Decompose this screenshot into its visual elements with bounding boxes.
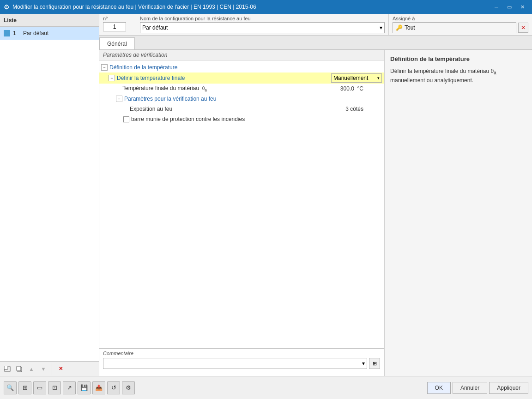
info-panel: Définition de la température Définir la … <box>384 50 532 376</box>
comment-arrow: ▾ <box>362 360 365 367</box>
main-container: Liste 1 Par défaut ▲ ▼ ✕ <box>0 14 532 399</box>
tree-node-temp-materiau[interactable]: Température finale du matériau θa 300.0 … <box>99 84 384 94</box>
top-area: Liste 1 Par défaut ▲ ▼ ✕ <box>0 14 532 376</box>
comment-area: Commentaire ▾ ⊞ <box>99 348 384 376</box>
annuler-button[interactable]: Annuler <box>453 382 487 394</box>
app-icon: ⚙ <box>4 3 10 11</box>
config-assignee-section: Assigné à 🔑 Tout ✕ <box>389 14 532 35</box>
info-text: Définir la température finale du matéria… <box>390 67 526 85</box>
left-panel-header: Liste <box>0 14 99 27</box>
assignee-input: 🔑 Tout <box>393 22 516 33</box>
tree-label-exposition: Exposition au feu <box>130 106 238 112</box>
tree-label-params-feu: Paramètres pour la vérification au feu <box>124 96 382 102</box>
tree-label-barre-protection: barre munie de protection contre les inc… <box>131 116 382 122</box>
comment-expand-button[interactable]: ⊞ <box>369 358 380 369</box>
dropdown-arrow-icon: ▾ <box>377 76 380 80</box>
title-bar: ⚙ Modifier la configuration pour la rési… <box>0 0 532 14</box>
tree-label-def-temp: Définition de la température <box>109 64 382 71</box>
num-label: n° <box>103 16 132 21</box>
comment-input-row: ▾ ⊞ <box>103 358 380 369</box>
list-item-icon <box>4 30 10 36</box>
tree-value-exposition: 3 côtés <box>345 106 363 112</box>
title-bar-left: ⚙ Modifier la configuration pour la rési… <box>4 3 256 11</box>
checkbox-barre-protection[interactable] <box>123 116 129 122</box>
info-title: Définition de la température <box>390 55 526 62</box>
tree-node-def-temp[interactable]: − Définition de la température <box>99 62 384 73</box>
move-up-button[interactable]: ▲ <box>26 364 37 374</box>
num-input[interactable] <box>103 22 126 31</box>
bottom-toolbar: 🔍 ⊞ ▭ ⊡ ↗ 💾 📤 ↺ ⚙ OK Annuler Appliquer <box>0 376 532 399</box>
tool-grid[interactable]: ⊞ <box>18 381 31 394</box>
tool-select[interactable]: ▭ <box>33 381 46 394</box>
list-item-label: Par défaut <box>23 30 48 36</box>
expand-btn-def-temp[interactable]: − <box>101 64 108 71</box>
left-panel-toolbar: ▲ ▼ ✕ <box>0 361 99 376</box>
comment-select[interactable]: ▾ <box>103 358 367 369</box>
right-panel: n° Nom de la configuration pour la résis… <box>99 14 532 376</box>
move-down-button[interactable]: ▼ <box>38 364 49 374</box>
copy-button[interactable] <box>14 364 25 374</box>
comment-label: Commentaire <box>103 351 380 356</box>
tree-node-params-feu[interactable]: − Paramètres pour la vérification au feu <box>99 94 384 104</box>
config-header: n° Nom de la configuration pour la résis… <box>99 14 532 36</box>
tool-settings[interactable]: ⚙ <box>122 381 135 394</box>
tree-node-barre-protection[interactable]: barre munie de protection contre les inc… <box>99 114 384 124</box>
tool-3[interactable]: ⊡ <box>48 381 61 394</box>
title-bar-controls[interactable]: ─ ▭ ✕ <box>490 2 528 12</box>
tree-value-temp-materiau: 300.0 °C <box>340 85 363 92</box>
tab-general[interactable]: Général <box>99 37 135 49</box>
ok-button[interactable]: OK <box>427 382 451 394</box>
delete-button[interactable]: ✕ <box>55 364 66 374</box>
assignee-row: 🔑 Tout ✕ <box>393 22 528 33</box>
toolbar-separator <box>52 363 52 375</box>
close-button[interactable]: ✕ <box>516 2 528 12</box>
assignee-value: Tout <box>405 24 415 31</box>
add-button[interactable] <box>2 364 13 374</box>
svg-rect-3 <box>17 366 21 371</box>
tool-load[interactable]: ↗ <box>63 381 76 394</box>
tree-dropdown-method[interactable]: Manuellement ▾ <box>331 73 382 83</box>
expand-btn-params-feu[interactable]: − <box>116 96 122 102</box>
tree-node-def-temp-final[interactable]: − Définir la température finale Manuelle… <box>99 73 384 84</box>
left-panel-list[interactable]: 1 Par défaut <box>0 27 99 361</box>
tool-search[interactable]: 🔍 <box>4 381 17 394</box>
title-text: Modifier la configuration pour la résist… <box>12 4 256 10</box>
config-name-select[interactable]: Par défaut ▾ <box>140 22 385 33</box>
appliquer-button[interactable]: Appliquer <box>489 382 528 394</box>
tool-export[interactable]: 📤 <box>92 381 105 394</box>
svg-rect-1 <box>4 366 8 369</box>
expand-btn-def-temp-final[interactable]: − <box>109 75 115 81</box>
tool-save[interactable]: 💾 <box>78 381 91 394</box>
list-item-number: 1 <box>13 30 20 36</box>
tab-bar: Général <box>99 36 532 50</box>
tree-label-def-temp-final: Définir la température finale <box>117 75 224 81</box>
minimize-button[interactable]: ─ <box>490 2 502 12</box>
assignee-label: Assigné à <box>393 16 528 21</box>
liste-label: Liste <box>4 17 17 24</box>
tree-content[interactable]: − Définition de la température − Définir… <box>99 60 384 348</box>
tree-panel: Paramètres de vérification − Définition … <box>99 50 384 376</box>
tree-dropdown-value: Manuellement <box>333 75 368 81</box>
restore-button[interactable]: ▭ <box>503 2 515 12</box>
config-name-section: Nom de la configuration pour la résistan… <box>136 14 389 35</box>
tree-node-exposition[interactable]: Exposition au feu 3 côtés <box>99 104 384 114</box>
left-panel: Liste 1 Par défaut ▲ ▼ ✕ <box>0 14 99 376</box>
config-name-arrow: ▾ <box>380 24 382 31</box>
assignee-clear-button[interactable]: ✕ <box>518 23 528 33</box>
content-area: Paramètres de vérification − Définition … <box>99 50 532 376</box>
tree-section-header: Paramètres de vérification <box>99 50 384 60</box>
list-item[interactable]: 1 Par défaut <box>0 27 99 40</box>
tree-label-temp-materiau: Température finale du matériau θa <box>122 85 231 92</box>
config-name-value: Par défaut <box>142 24 168 31</box>
assignee-icon: 🔑 <box>396 24 403 31</box>
config-num-section: n° <box>99 14 136 35</box>
config-name-label: Nom de la configuration pour la résistan… <box>140 16 385 21</box>
tool-undo[interactable]: ↺ <box>107 381 120 394</box>
